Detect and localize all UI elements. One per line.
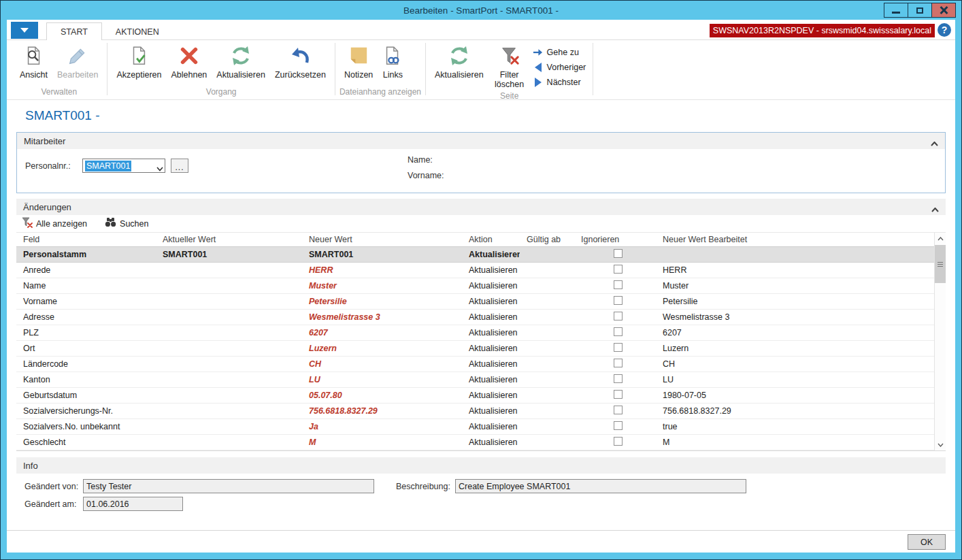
application-menu-button[interactable]: [11, 22, 38, 39]
cell-aktion: Aktualisieren: [462, 359, 520, 369]
column-header-neuer-wert-bearbeitet[interactable]: Neuer Wert Bearbeitet: [656, 235, 934, 244]
scrollbar-thumb[interactable]: [935, 245, 946, 283]
cell-aktion: Aktualisieren: [462, 344, 520, 353]
zuruecksetzen-button[interactable]: Zurücksetzen: [270, 42, 331, 80]
table-row[interactable]: PersonalstammSMART001SMART001Aktualisier…: [16, 247, 934, 263]
page-nav-stack: Gehe zu Vorheriger Nächste: [531, 42, 589, 90]
cell-neuer-wert: SMART001: [302, 250, 462, 259]
button-label: Bearbeiten: [57, 70, 98, 80]
akzeptieren-button[interactable]: Akzeptieren: [112, 42, 166, 80]
fasttab-header-mitarbeiter[interactable]: Mitarbeiter: [17, 133, 945, 149]
table-row[interactable]: VornamePetersilieAktualisierenPetersilie: [16, 294, 934, 310]
naechster-button[interactable]: Nächster: [532, 75, 586, 90]
column-header-aktueller-wert[interactable]: Aktueller Wert: [156, 235, 302, 244]
ignorieren-checkbox[interactable]: [614, 280, 623, 289]
table-row[interactable]: GeschlechtMAktualisierenM: [16, 435, 934, 450]
tab-start[interactable]: START: [46, 22, 102, 42]
cell-feld: Adresse: [16, 312, 156, 322]
close-button[interactable]: [931, 3, 956, 18]
ok-button[interactable]: OK: [908, 534, 946, 550]
ignorieren-checkbox[interactable]: [614, 249, 623, 258]
help-icon[interactable]: ?: [938, 23, 951, 37]
personalnr-combobox[interactable]: SMART001: [82, 159, 165, 173]
cell-aktion: Aktualisieren: [462, 265, 520, 275]
cell-ignorieren: [574, 437, 656, 448]
notizen-button[interactable]: Notizen: [339, 42, 378, 80]
ignorieren-checkbox[interactable]: [614, 296, 623, 305]
gehe-zu-button[interactable]: Gehe zu: [532, 45, 586, 60]
geaendert-von-field[interactable]: [83, 479, 374, 493]
column-header-neuer-wert[interactable]: Neuer Wert: [302, 235, 462, 244]
links-button[interactable]: Links: [378, 42, 408, 80]
ribbon-tab-row: START AKTIONEN SWSNAV2013R2NSPDEV - srsw…: [7, 20, 955, 40]
vertical-scrollbar[interactable]: [934, 233, 946, 450]
chevron-up-icon[interactable]: [931, 204, 939, 214]
column-header-ignorieren[interactable]: Ignorieren: [574, 235, 656, 244]
cell-aktion: Aktualisieren: [462, 312, 520, 322]
ignorieren-checkbox[interactable]: [614, 374, 623, 383]
scroll-up-icon[interactable]: [935, 233, 946, 244]
triangle-left-icon: [532, 63, 544, 72]
cell-neuer-wert: LU: [302, 375, 462, 384]
cell-feld: PLZ: [16, 328, 156, 337]
table-row[interactable]: Geburtsdatum05.07.80Aktualisieren1980-07…: [16, 388, 934, 403]
vorheriger-button[interactable]: Vorheriger: [532, 60, 586, 75]
chevron-down-icon[interactable]: [156, 162, 163, 174]
beschreibung-field[interactable]: [455, 479, 746, 493]
filter-loeschen-button[interactable]: Filter löschen: [488, 42, 531, 89]
ribbon-separator: [107, 43, 107, 95]
column-header-aktion[interactable]: Aktion: [462, 235, 520, 244]
suchen-button[interactable]: Suchen: [105, 217, 148, 230]
button-label: Gehe zu: [547, 48, 579, 57]
aktualisieren-button[interactable]: Aktualisieren: [212, 42, 270, 80]
refresh-icon: [448, 44, 470, 67]
group-label-vorgang: Vorgang: [112, 86, 330, 99]
aktualisieren-seite-button[interactable]: Aktualisieren: [430, 42, 488, 80]
ignorieren-checkbox[interactable]: [614, 437, 623, 446]
minimize-icon: [892, 12, 900, 14]
table-row[interactable]: Sozialversicherungs-Nr.756.6818.8327.29A…: [16, 403, 934, 419]
grip-icon: [938, 262, 943, 267]
table-row[interactable]: Sozialvers.No. unbekanntJaAktualisierent…: [16, 419, 934, 435]
chevron-up-icon[interactable]: [931, 138, 938, 148]
table-row[interactable]: PLZ6207Aktualisieren6207: [16, 325, 934, 341]
ignorieren-checkbox[interactable]: [614, 359, 623, 367]
ablehnen-button[interactable]: Ablehnen: [166, 42, 212, 80]
table-row[interactable]: LändercodeCHAktualisierenCH: [16, 357, 934, 372]
table-row[interactable]: OrtLuzernAktualisierenLuzern: [16, 341, 934, 357]
alle-anzeigen-button[interactable]: Alle anzeigen: [22, 217, 87, 231]
window-content: START AKTIONEN SWSNAV2013R2NSPDEV - srsw…: [7, 20, 955, 553]
ignorieren-checkbox[interactable]: [614, 312, 623, 320]
column-header-gueltig-ab[interactable]: Gültig ab: [520, 235, 574, 244]
ansicht-button[interactable]: Ansicht: [15, 42, 52, 80]
document-check-icon: [129, 44, 149, 67]
bearbeiten-button[interactable]: Bearbeiten: [52, 42, 103, 80]
table-row[interactable]: AdresseWesmelistrasse 3AktualisierenWesm…: [16, 310, 934, 325]
scroll-down-icon[interactable]: [935, 439, 946, 450]
fasttab-header-info[interactable]: Info: [16, 457, 946, 474]
minimize-button[interactable]: [884, 3, 908, 18]
cell-neuer-wert: Ja: [302, 422, 462, 431]
table-row[interactable]: KantonLUAktualisierenLU: [16, 372, 934, 388]
table-row[interactable]: AnredeHERRAktualisierenHERR: [16, 263, 934, 278]
button-label: Akzeptieren: [116, 70, 161, 80]
ribbon-separator: [593, 43, 593, 95]
cell-neuer-wert: Luzern: [302, 344, 462, 353]
ignorieren-checkbox[interactable]: [614, 265, 623, 274]
personalnr-lookup-button[interactable]: ...: [171, 159, 188, 173]
maximize-button[interactable]: [908, 3, 932, 18]
cell-feld: Anrede: [16, 265, 156, 275]
ignorieren-checkbox[interactable]: [614, 343, 623, 352]
tab-aktionen[interactable]: AKTIONEN: [102, 22, 173, 41]
geaendert-am-field[interactable]: [83, 497, 183, 511]
ignorieren-checkbox[interactable]: [614, 406, 623, 414]
ignorieren-checkbox[interactable]: [614, 390, 623, 399]
table-row[interactable]: NameMusterAktualisierenMuster: [16, 278, 934, 294]
fasttab-header-aenderungen[interactable]: Änderungen: [16, 199, 946, 215]
undo-arrow-icon: [289, 44, 311, 67]
column-header-feld[interactable]: Feld: [16, 235, 156, 244]
title-bar: Bearbeiten - SmartPort - SMART001 -: [1, 1, 961, 20]
ignorieren-checkbox[interactable]: [614, 421, 623, 430]
ignorieren-checkbox[interactable]: [614, 327, 623, 336]
personalnr-label: Personalnr.:: [25, 161, 82, 171]
